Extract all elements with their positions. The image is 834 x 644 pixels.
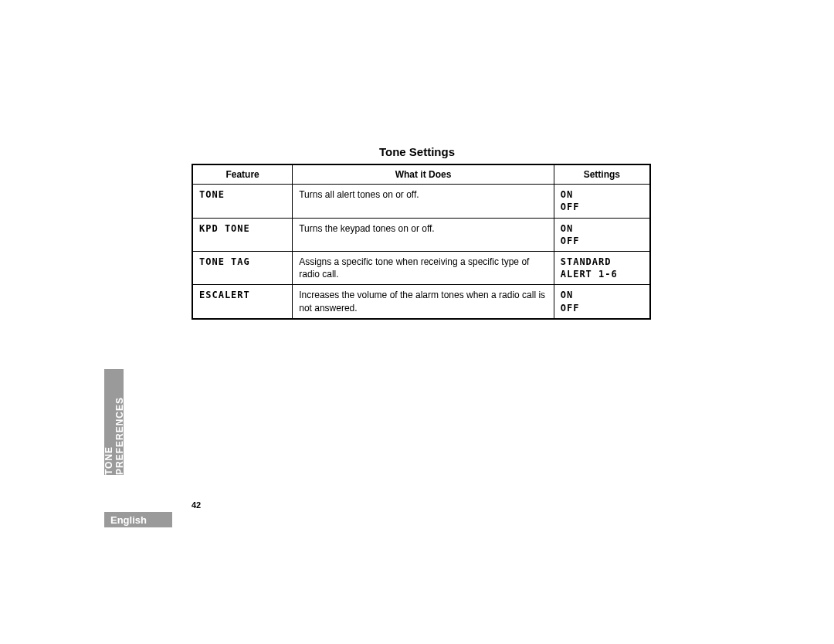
header-what: What it Does [293, 164, 554, 185]
tone-settings-table: Feature What it Does Settings TONE Turns… [192, 164, 651, 320]
table-row: TONE TAG Assigns a specific tone when re… [192, 251, 650, 284]
cell-what: Turns all alert tones on or off. [293, 185, 554, 218]
cell-what: Turns the keypad tones on or off. [293, 218, 554, 251]
table-row: KPD TONE Turns the keypad tones on or of… [192, 218, 650, 251]
cell-feature: TONE [192, 185, 293, 218]
cell-settings: ONOFF [554, 285, 650, 319]
header-feature: Feature [192, 164, 293, 185]
section-tab: TONE PREFERENCES [104, 369, 124, 475]
cell-feature: TONE TAG [192, 251, 293, 284]
page-number: 42 [192, 500, 201, 510]
language-tab: English [104, 512, 172, 527]
cell-settings: ONOFF [554, 185, 650, 218]
table-row: ESCALERT Increases the volume of the ala… [192, 285, 650, 319]
cell-what: Assigns a specific tone when receiving a… [293, 251, 554, 284]
cell-what: Increases the volume of the alarm tones … [293, 285, 554, 319]
header-settings: Settings [554, 164, 650, 185]
table-title: Tone Settings [0, 145, 834, 158]
cell-settings: STANDARDALERT 1-6 [554, 251, 650, 284]
cell-feature: KPD TONE [192, 218, 293, 251]
table-row: TONE Turns all alert tones on or off. ON… [192, 185, 650, 218]
cell-feature: ESCALERT [192, 285, 293, 319]
cell-settings: ONOFF [554, 218, 650, 251]
